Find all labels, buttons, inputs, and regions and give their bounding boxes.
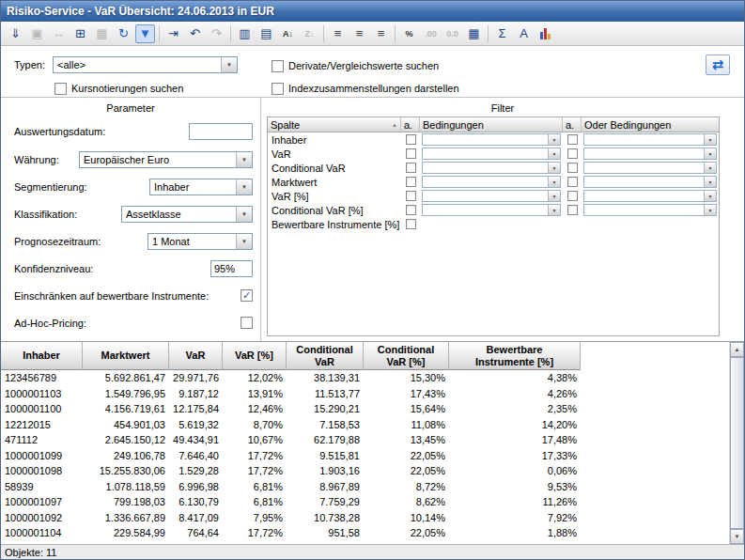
table-cell: 1.078.118,59 [83, 479, 169, 495]
bedingungen-dropdown[interactable]: ▼ [422, 190, 561, 202]
chevron-down-icon: ▼ [704, 134, 716, 145]
table-row[interactable]: 1000001099249.106,787.646,4017,72%9.515,… [1, 448, 744, 464]
bedingungen-dropdown[interactable]: ▼ [422, 133, 561, 146]
filter-column-and[interactable]: a. [401, 117, 420, 132]
filter-column-oder-bedingungen[interactable]: Oder Bedingungen [582, 117, 719, 132]
index-checkbox-row[interactable]: Indexzusammenstellungen darstellen [272, 81, 459, 96]
column-header[interactable]: Marktwert [83, 342, 169, 370]
column-header[interactable]: Inhaber [1, 342, 83, 370]
bedingungen-dropdown[interactable]: ▼ [422, 148, 561, 160]
export-icon[interactable]: ⇓ [6, 24, 25, 43]
filter-icon[interactable]: ▼ [135, 24, 155, 43]
waehrung-dropdown[interactable]: Europäischer Euro ▼ [79, 151, 253, 168]
align-center-icon[interactable]: ≡ [349, 24, 369, 43]
column-header[interactable]: VaR [%] [223, 342, 287, 370]
table-cell: 1000001097 [1, 494, 83, 510]
vertical-scrollbar[interactable]: ▲ ▼ [729, 342, 744, 544]
auswertungsdatum-input[interactable] [189, 123, 253, 140]
typen-dropdown[interactable]: <alle> ▼ [53, 56, 238, 73]
sort-ascending-icon[interactable]: A↓ [278, 24, 298, 43]
percent-icon[interactable]: % [399, 24, 419, 43]
kursnotierungen-checkbox[interactable] [54, 83, 67, 95]
oder-bedingungen-dropdown[interactable]: ▼ [583, 162, 717, 174]
table-row[interactable]: 10000011004.156.719,6112.175,8412,46%15.… [1, 401, 744, 417]
adhoc-pricing-checkbox[interactable] [241, 317, 253, 329]
scrollbar-thumb[interactable] [730, 357, 744, 529]
filter-or-checkbox[interactable] [567, 205, 578, 215]
filter-or-checkbox[interactable] [567, 163, 578, 173]
oder-bedingungen-dropdown[interactable]: ▼ [583, 133, 717, 146]
filter-and-checkbox[interactable] [406, 163, 416, 173]
scroll-down-button[interactable]: ▼ [730, 529, 744, 544]
drilldown-icon[interactable]: ⇥ [163, 24, 183, 43]
column-header[interactable]: VaR [169, 342, 223, 370]
chart-bar [544, 28, 547, 39]
filter-and-checkbox[interactable] [406, 177, 416, 187]
filter-and-checkbox[interactable] [406, 191, 416, 201]
filter-row-label: Marktwert [268, 175, 401, 189]
column-label: a. [404, 119, 412, 131]
column-header[interactable]: Conditional VaR [%] [364, 342, 449, 370]
konfidenzniveau-input[interactable] [210, 260, 253, 277]
scroll-up-button[interactable]: ▲ [730, 342, 744, 357]
derivate-checkbox[interactable] [272, 60, 284, 72]
table-row[interactable]: 1000001097799.198,036.130,796,81%7.759,2… [1, 494, 744, 510]
kursnotierungen-checkbox-row[interactable]: Kursnotierungen suchen [54, 81, 183, 96]
filter-or-checkbox[interactable] [567, 191, 578, 201]
sum-icon[interactable]: Σ [492, 24, 512, 43]
index-checkbox[interactable] [272, 83, 284, 95]
filter-column-bedingungen[interactable]: Bedingungen [420, 117, 563, 132]
table-row[interactable]: 589391.078.118,596.996,986,81%8.967,898,… [1, 479, 744, 495]
derivate-checkbox-row[interactable]: Derivate/Vergleichswerte suchen [272, 58, 439, 73]
filter-column-and-2[interactable]: a. [563, 117, 582, 132]
table-row[interactable]: 4711122.645.150,1249.434,9110,67%62.179,… [1, 432, 744, 448]
bedingungen-dropdown[interactable]: ▼ [422, 162, 561, 174]
klassifikation-dropdown[interactable]: Assetklasse ▼ [121, 206, 253, 223]
filter-panel: Filter Spalte ▲ a. Bedingungen a. [261, 98, 744, 341]
einschraenken-checkbox[interactable]: ✓ [241, 289, 253, 302]
columns-icon[interactable]: ▥ [235, 24, 255, 43]
filter-or-cell [563, 132, 582, 147]
oder-bedingungen-dropdown[interactable]: ▼ [583, 148, 717, 160]
table-row[interactable]: 1000001104229.584,99764,6417,72%951,5822… [1, 525, 744, 541]
prognosezeitraum-dropdown[interactable]: 1 Monat ▼ [147, 233, 253, 250]
table-cell: 9.515,81 [287, 448, 364, 464]
rows-icon[interactable]: ▤ [256, 24, 276, 43]
table-row[interactable]: 1234567895.692.861,4729.971,7612,02%38.1… [1, 370, 744, 386]
oder-bedingungen-dropdown[interactable]: ▼ [583, 204, 717, 216]
align-left-icon[interactable]: ≡ [328, 24, 348, 43]
table-row[interactable]: 12212015454.901,035.619,328,70%7.158,531… [1, 417, 744, 433]
table-row[interactable]: 100000109815.255.830,061.529,2817,72%1.9… [1, 463, 744, 479]
filter-or-checkbox[interactable] [567, 177, 578, 187]
format-grid-icon[interactable]: ▦ [464, 24, 484, 43]
filter-and-checkbox[interactable] [406, 219, 416, 229]
bedingungen-dropdown[interactable]: ▼ [422, 204, 561, 216]
filter-and-checkbox[interactable] [406, 205, 416, 215]
column-header[interactable]: Bewertbare Instrumente [%] [449, 342, 581, 370]
filter-or-condition-cell: ▼ [582, 189, 719, 203]
oder-bedingungen-dropdown[interactable]: ▼ [583, 176, 717, 188]
filter-and-checkbox[interactable] [406, 148, 416, 159]
chevron-down-icon: ▼ [548, 163, 560, 173]
copy-icon: ▣ [27, 24, 47, 43]
chart-icon[interactable] [535, 24, 555, 43]
refresh-icon[interactable]: ↻ [114, 24, 133, 43]
filter-or-checkbox[interactable] [567, 148, 578, 159]
bedingungen-dropdown[interactable]: ▼ [422, 176, 561, 188]
align-right-icon[interactable]: ≡ [371, 24, 391, 43]
column-header[interactable]: Conditional VaR [287, 342, 364, 370]
field-label: Klassifikation: [14, 206, 77, 223]
filter-and-cell [401, 175, 420, 189]
filter-and-checkbox[interactable] [406, 134, 416, 145]
table-row[interactable]: 10000010921.336.667,898.417,097,95%10.73… [1, 510, 744, 526]
segmentierung-dropdown[interactable]: Inhaber ▼ [149, 179, 253, 195]
fit-window-icon[interactable]: ⊞ [70, 24, 90, 43]
oder-bedingungen-dropdown[interactable]: ▼ [583, 190, 717, 202]
refresh-button[interactable]: ⇄ [706, 54, 730, 75]
filter-or-cell [563, 161, 582, 175]
rotate-left-icon[interactable]: ↶ [185, 24, 205, 43]
filter-column-spalte[interactable]: Spalte ▲ [268, 117, 401, 132]
table-row[interactable]: 10000011031.549.796,959.187,1213,91%11.5… [1, 386, 744, 402]
filter-or-checkbox[interactable] [567, 134, 578, 145]
font-icon[interactable]: A [514, 24, 534, 43]
